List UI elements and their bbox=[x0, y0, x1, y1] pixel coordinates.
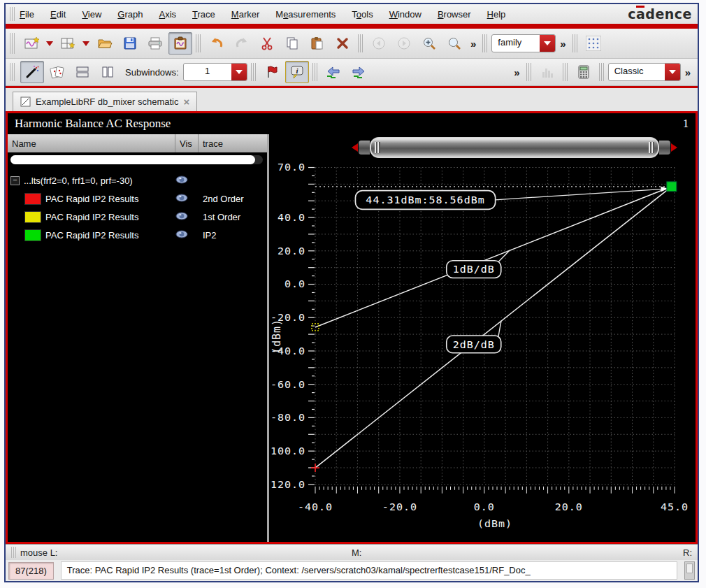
menu-tools[interactable]: Tools bbox=[351, 8, 373, 21]
menubar-grip[interactable] bbox=[10, 7, 15, 21]
paste-button[interactable] bbox=[305, 32, 329, 55]
view-toolbar: Subwindows: 1 i bbox=[6, 59, 698, 86]
zoom-in-button[interactable] bbox=[417, 32, 441, 55]
new-subwindow-dropdown-arrow[interactable] bbox=[82, 41, 89, 46]
style-overflow-chevron[interactable]: » bbox=[682, 66, 693, 78]
workspace-button[interactable] bbox=[582, 32, 605, 55]
collapse-icon[interactable]: − bbox=[10, 176, 20, 185]
new-window-dropdown-arrow[interactable] bbox=[46, 41, 53, 46]
waveform-clipboard-icon bbox=[173, 36, 187, 50]
horizontal-strips-button[interactable] bbox=[71, 61, 94, 83]
column-vis[interactable]: Vis bbox=[175, 134, 199, 152]
menu-measurements[interactable]: Measurements bbox=[275, 8, 336, 21]
column-name[interactable]: Name bbox=[8, 134, 175, 152]
trace-row-2nd-order[interactable]: PAC Rapid IP2 Results2nd Order bbox=[8, 189, 267, 208]
menu-trace[interactable]: Trace bbox=[192, 8, 216, 21]
previous-subwindow-button[interactable] bbox=[322, 61, 345, 83]
menu-help[interactable]: Help bbox=[487, 8, 507, 21]
trace-name: PAC Rapid IP2 Results bbox=[45, 212, 138, 222]
svg-text:0.0: 0.0 bbox=[284, 278, 305, 291]
trace-color-swatch[interactable] bbox=[24, 193, 41, 205]
svg-text:70.0: 70.0 bbox=[278, 162, 305, 174]
tree-root-row[interactable]: −...lts(frf2=0, frf1=0, prf=-30) bbox=[8, 171, 267, 189]
new-window-button[interactable] bbox=[20, 32, 44, 55]
undo-button[interactable] bbox=[205, 32, 229, 55]
trace-row-1st-order[interactable]: PAC Rapid IP2 Results1st Order bbox=[8, 208, 267, 226]
trace-row-ip2[interactable]: PAC Rapid IP2 ResultsIP2 bbox=[8, 226, 267, 244]
message-scrollbar-thumb[interactable] bbox=[686, 564, 693, 573]
tree-horizontal-scrollbar[interactable] bbox=[10, 155, 263, 164]
slider-right-arrow-icon[interactable] bbox=[671, 143, 677, 152]
menu-file[interactable]: File bbox=[19, 8, 35, 21]
subwindows-dropdown[interactable]: 1 bbox=[183, 63, 247, 81]
toolbar-grip[interactable] bbox=[10, 33, 15, 53]
tab-close-icon[interactable]: × bbox=[183, 96, 189, 107]
column-trace[interactable]: trace bbox=[199, 134, 267, 152]
next-subwindow-button[interactable] bbox=[347, 61, 370, 83]
open-button[interactable] bbox=[93, 32, 117, 55]
subwindows-label: Subwindows: bbox=[125, 67, 179, 78]
visibility-eye-icon[interactable] bbox=[175, 175, 188, 184]
cut-button[interactable] bbox=[255, 32, 279, 55]
slider-left-arrow-icon[interactable] bbox=[352, 143, 358, 152]
view-overflow-chevron[interactable]: » bbox=[511, 66, 522, 78]
x-range-slider[interactable] bbox=[352, 138, 677, 157]
vertical-strips-button[interactable] bbox=[96, 61, 120, 83]
menu-graph[interactable]: Graph bbox=[117, 8, 143, 21]
visibility-eye-icon[interactable] bbox=[175, 194, 188, 202]
info-balloon-icon: i bbox=[290, 65, 304, 79]
zoom-fit-button[interactable] bbox=[442, 32, 466, 55]
menu-edit[interactable]: Edit bbox=[50, 8, 66, 21]
subwindows-dropdown-arrow[interactable] bbox=[231, 64, 247, 80]
style-dropdown[interactable]: Classic bbox=[608, 63, 681, 81]
new-subwindow-button[interactable] bbox=[57, 32, 80, 55]
tab-db-mixer-schematic[interactable]: ExampleLibRF db_mixer schematic × bbox=[13, 92, 197, 111]
family-overflow-chevron[interactable]: » bbox=[557, 38, 568, 50]
family-dropdown-arrow[interactable] bbox=[540, 35, 555, 52]
menu-axis[interactable]: Axis bbox=[158, 8, 177, 21]
visibility-eye-icon[interactable] bbox=[175, 212, 188, 220]
slider-bar[interactable] bbox=[370, 137, 659, 158]
snapshot-clipboard-button[interactable] bbox=[168, 32, 192, 55]
status-grip[interactable] bbox=[11, 547, 16, 557]
trace-label: IP2 bbox=[199, 230, 267, 241]
flag-button[interactable] bbox=[260, 61, 284, 83]
style-dropdown-arrow[interactable] bbox=[665, 64, 680, 80]
tree-scrollbar-thumb[interactable] bbox=[10, 155, 255, 164]
marker-ip2[interactable] bbox=[667, 182, 677, 192]
print-button[interactable] bbox=[143, 32, 167, 55]
menu-marker[interactable]: Marker bbox=[231, 8, 260, 21]
copy-button[interactable] bbox=[280, 32, 304, 55]
visibility-eye-icon[interactable] bbox=[175, 230, 188, 238]
trace-color-swatch[interactable] bbox=[24, 211, 41, 223]
slider-right-cap[interactable] bbox=[659, 141, 670, 155]
save-button[interactable] bbox=[118, 32, 142, 55]
svg-text:20.0: 20.0 bbox=[555, 501, 583, 514]
mouse-status-bar: mouse L: M: R: bbox=[6, 544, 698, 560]
menu-window[interactable]: Window bbox=[389, 8, 422, 21]
new-window-icon bbox=[24, 36, 40, 50]
toolbar-overflow-chevron[interactable]: » bbox=[468, 38, 479, 50]
histogram-button[interactable] bbox=[535, 61, 559, 83]
svg-text:-20.0: -20.0 bbox=[382, 501, 417, 514]
redo-button[interactable] bbox=[230, 32, 254, 55]
wizard-button[interactable] bbox=[20, 61, 44, 83]
view-toolbar-grip[interactable] bbox=[10, 63, 15, 82]
slider-right-grip[interactable] bbox=[649, 142, 654, 153]
info-balloon-button[interactable]: i bbox=[285, 61, 309, 83]
trace-line-2nd-order[interactable] bbox=[315, 187, 672, 468]
delete-button[interactable] bbox=[331, 32, 354, 55]
svg-text:-60.0: -60.0 bbox=[271, 378, 305, 391]
viva-window: FileEditViewGraphAxisTraceMarkerMeasurem… bbox=[4, 3, 699, 582]
trace-color-swatch[interactable] bbox=[24, 229, 41, 241]
message-scrollbar[interactable] bbox=[684, 561, 695, 580]
family-dropdown[interactable]: family bbox=[491, 34, 556, 52]
menu-browser[interactable]: Browser bbox=[437, 8, 472, 21]
calculator-button[interactable] bbox=[572, 61, 596, 83]
slider-left-cap[interactable] bbox=[359, 141, 370, 155]
cards-view-button[interactable] bbox=[45, 61, 69, 83]
next-zoom-button[interactable] bbox=[392, 32, 416, 55]
menu-view[interactable]: View bbox=[81, 8, 102, 21]
slider-left-grip[interactable] bbox=[375, 142, 380, 153]
previous-zoom-button[interactable] bbox=[367, 32, 391, 55]
